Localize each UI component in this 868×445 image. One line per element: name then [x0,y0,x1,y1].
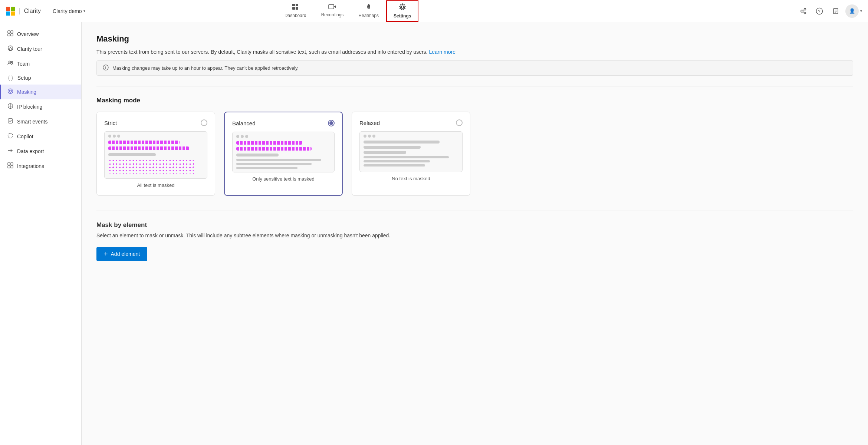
relaxed-row-5 [364,160,430,162]
masking-card-balanced[interactable]: Balanced [224,112,343,196]
svg-rect-0 [6,7,10,11]
share-icon[interactable] [796,4,810,18]
integrations-icon [7,162,13,170]
sidebar-item-data-export-label: Data export [17,148,44,154]
sidebar-item-clarity-tour[interactable]: Clarity tour [0,42,81,56]
dot3 [117,135,120,138]
dot2 [113,135,116,138]
sidebar-item-overview-label: Overview [17,31,39,37]
svg-rect-1 [11,7,15,11]
add-element-label: Add element [111,251,140,257]
balanced-radio[interactable] [328,120,335,126]
mask-by-element-desc: Select an element to mask or unmask. Thi… [96,232,853,240]
help-icon[interactable]: ? [813,4,826,18]
relaxed-row-6 [364,164,425,167]
sidebar-item-data-export[interactable]: Data export [0,144,81,159]
sidebar-item-masking[interactable]: Masking [0,85,81,99]
svg-rect-26 [11,34,13,36]
sidebar-item-smart-events-label: Smart events [17,119,47,125]
relaxed-row-2 [364,146,421,149]
sidebar: Overview Clarity tour Team {} Setup Mask… [0,22,82,445]
balanced-card-title: Balanced [232,120,256,126]
svg-point-30 [8,89,13,94]
strict-row-3 [108,153,156,156]
balanced-row-5 [236,163,312,165]
sidebar-item-integrations[interactable]: Integrations [0,159,81,174]
svg-rect-40 [8,166,10,168]
dot3 [372,135,375,138]
topnav-right-actions: ? 👤 ▾ [796,4,862,18]
balanced-row-1 [236,141,302,145]
sidebar-item-setup-label: Setup [17,75,31,81]
relaxed-radio[interactable] [456,119,463,126]
strict-card-title: Strict [104,120,117,126]
settings-icon [399,3,406,12]
sidebar-item-ip-blocking[interactable]: IP blocking [0,99,81,114]
relaxed-card-caption: No text is masked [359,176,463,181]
tab-settings[interactable]: Settings [386,0,418,22]
tab-settings-label: Settings [394,13,411,19]
sidebar-item-team-label: Team [17,61,30,67]
browser-dots-relaxed [364,135,458,138]
strict-radio[interactable] [201,119,207,126]
user-chevron: ▾ [860,9,862,13]
main-content: Masking This prevents text from being se… [82,22,868,445]
relaxed-row-4 [364,156,449,158]
sidebar-item-ip-blocking-label: IP blocking [17,104,42,110]
svg-marker-9 [334,5,336,8]
sidebar-item-copilot[interactable]: Copilot [0,129,81,144]
tab-recordings[interactable]: Recordings [314,0,351,22]
dot2 [368,135,371,138]
masking-card-relaxed[interactable]: Relaxed No text is masked [352,112,470,196]
learn-more-link[interactable]: Learn more [429,49,456,55]
balanced-row-4 [236,159,321,161]
page-description: This prevents text from being sent to ou… [96,48,853,56]
topnav: | Clarity Clarity demo ▾ Dashboard [0,0,868,22]
svg-point-11 [401,6,404,8]
dot1 [236,135,239,138]
brand-divider: | [19,7,20,15]
strict-preview [104,131,207,179]
svg-point-14 [804,12,806,14]
project-name: Clarity demo [53,8,82,14]
masking-card-strict[interactable]: Strict All text is masked [96,112,215,196]
svg-rect-38 [8,163,10,165]
svg-line-15 [803,10,804,11]
svg-point-10 [368,7,370,9]
relaxed-row-1 [364,141,440,144]
svg-point-31 [9,90,11,92]
svg-rect-35 [8,119,13,123]
dot1 [364,135,366,138]
mask-by-element-divider [96,211,853,211]
balanced-row-3 [236,154,279,156]
notifications-icon[interactable] [829,4,842,18]
svg-rect-41 [11,166,13,168]
mask-by-element-title: Mask by element [96,221,853,229]
user-avatar[interactable]: 👤 [845,4,859,18]
copilot-icon [7,133,13,140]
balanced-row-6 [236,167,297,169]
svg-rect-8 [329,4,334,9]
microsoft-logo [6,7,15,16]
info-banner-text: Masking changes may take up to an hour t… [112,65,299,71]
relaxed-card-header: Relaxed [359,119,463,126]
add-element-button[interactable]: + Add element [96,247,147,261]
info-banner: Masking changes may take up to an hour t… [96,60,853,76]
tab-dashboard[interactable]: Dashboard [277,0,314,22]
sidebar-item-setup[interactable]: {} Setup [0,71,81,85]
recordings-icon [328,4,336,11]
overview-icon [7,30,13,38]
svg-point-36 [8,134,13,138]
project-selector[interactable]: Clarity demo ▾ [50,7,88,16]
tab-heatmaps[interactable]: Heatmaps [351,0,386,22]
masking-mode-cards: Strict All text is masked [96,112,853,196]
balanced-card-header: Balanced [232,120,335,126]
svg-rect-5 [296,4,298,6]
balanced-preview [232,132,335,172]
page-title: Masking [96,34,853,44]
sidebar-item-copilot-label: Copilot [17,134,33,139]
strict-card-header: Strict [104,119,207,126]
sidebar-item-overview[interactable]: Overview [0,27,81,42]
sidebar-item-smart-events[interactable]: Smart events [0,114,81,129]
sidebar-item-team[interactable]: Team [0,56,81,71]
